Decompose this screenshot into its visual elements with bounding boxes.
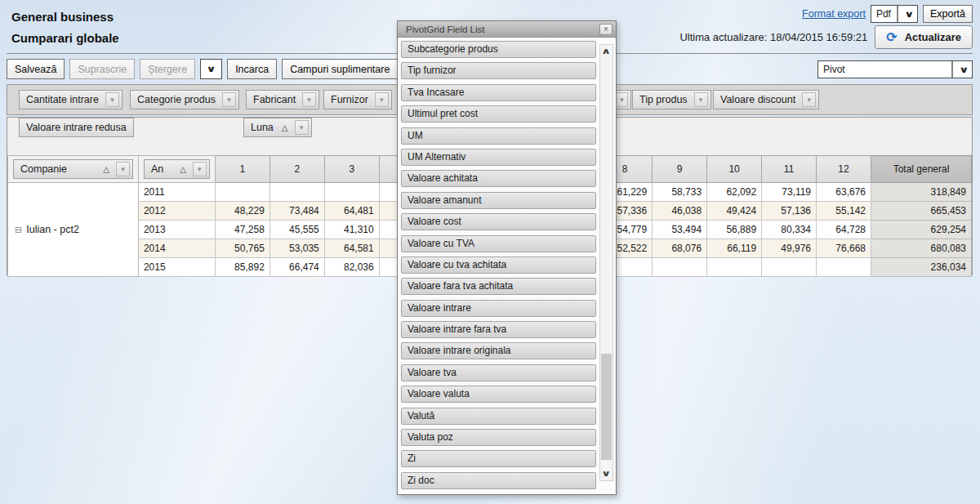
data-field-valoare-intrare-redusa[interactable]: Valoare intrare redusa bbox=[19, 118, 134, 137]
field-list-item[interactable]: Valoare cu TVA bbox=[401, 235, 596, 252]
field-list-item[interactable]: UM bbox=[401, 127, 596, 145]
year-cell: 2011 bbox=[138, 183, 215, 202]
layout-dropdown[interactable]: ∨ bbox=[200, 59, 222, 79]
scroll-down-icon[interactable]: ∨ bbox=[600, 467, 612, 480]
page-title: General business bbox=[11, 7, 119, 28]
value-cell bbox=[653, 258, 707, 277]
field-list-item[interactable]: Valoare cost bbox=[401, 213, 596, 230]
field-list-scrollbar[interactable]: ∧ ∨ bbox=[599, 44, 613, 481]
filter-dropdown-icon[interactable]: ▾ bbox=[302, 92, 316, 107]
field-list-item[interactable]: Valoare tva bbox=[401, 364, 596, 381]
filter-dropdown-icon[interactable]: ▾ bbox=[105, 92, 119, 107]
load-button[interactable]: Incarca bbox=[227, 59, 277, 79]
scroll-up-icon[interactable]: ∧ bbox=[600, 45, 612, 58]
filter-dropdown-icon[interactable]: ▾ bbox=[222, 92, 236, 107]
month-column-header: 1 bbox=[215, 156, 270, 183]
value-cell: 82,036 bbox=[324, 258, 379, 277]
field-list-item[interactable]: Valoare fara tva achitata bbox=[401, 278, 596, 295]
filter-dropdown-icon[interactable]: ▾ bbox=[193, 162, 207, 176]
export-button[interactable]: Exportă bbox=[923, 5, 973, 23]
total-cell: 236,034 bbox=[871, 258, 971, 277]
sort-asc-icon[interactable]: △ bbox=[282, 123, 288, 132]
row-field-an[interactable]: An △ ▾ bbox=[144, 159, 210, 179]
field-list-item[interactable]: Valoare valuta bbox=[401, 386, 596, 403]
filter-dropdown-icon[interactable]: ▾ bbox=[116, 162, 130, 176]
extra-fields-button[interactable]: Campuri suplimentare bbox=[282, 59, 398, 79]
field-list-item[interactable]: Valoare intrare bbox=[401, 300, 596, 317]
scrollbar-thumb[interactable] bbox=[601, 354, 612, 460]
refresh-button-label: Actualizare bbox=[905, 31, 961, 43]
view-mode-select[interactable]: Pivot ∨ bbox=[817, 60, 973, 78]
refresh-button[interactable]: ⟳ Actualizare bbox=[875, 25, 973, 49]
field-list-title: PivotGrid Field List bbox=[406, 25, 485, 34]
column-field-luna[interactable]: Luna △ ▾ bbox=[243, 118, 312, 137]
row-field-companie[interactable]: Companie △ ▾ bbox=[13, 159, 133, 179]
field-list-titlebar[interactable]: PivotGrid Field List × bbox=[398, 21, 616, 38]
field-label: Furnizor bbox=[331, 94, 368, 105]
field-label: Cantitate intrare bbox=[26, 94, 99, 105]
year-cell: 2015 bbox=[138, 258, 215, 277]
field-list-item[interactable]: Valoare amanunt bbox=[401, 192, 596, 209]
value-cell: 64,728 bbox=[817, 221, 871, 239]
field-list-item[interactable]: Zi bbox=[401, 450, 596, 467]
value-cell: 49,424 bbox=[707, 202, 762, 221]
value-cell: 50,765 bbox=[215, 239, 270, 258]
year-cell: 2014 bbox=[138, 239, 215, 258]
field-list-item[interactable]: Subcategorie produs bbox=[401, 41, 596, 58]
format-export-link[interactable]: Format export bbox=[802, 8, 866, 20]
field-list-item[interactable]: Valută bbox=[401, 408, 596, 425]
filter-field-tip-produs[interactable]: Tip produs ▾ bbox=[632, 90, 711, 109]
value-cell: 80,334 bbox=[762, 221, 817, 239]
value-cell: 57,136 bbox=[762, 202, 817, 221]
sort-asc-icon[interactable]: △ bbox=[103, 165, 109, 174]
field-list-item[interactable]: Tva Incasare bbox=[401, 84, 596, 101]
total-cell: 629,254 bbox=[871, 221, 971, 239]
field-list-item[interactable]: Valoare intrare fara tva bbox=[401, 321, 596, 338]
value-cell: 73,119 bbox=[762, 183, 817, 202]
field-list-item[interactable]: Tip furnizor bbox=[401, 62, 596, 79]
value-cell: 66,474 bbox=[270, 258, 324, 277]
field-list-item[interactable]: Valuta poz bbox=[401, 429, 596, 446]
overwrite-button: Suprascrie bbox=[69, 59, 135, 79]
value-cell: 41,310 bbox=[324, 221, 379, 239]
save-button[interactable]: Salvează bbox=[7, 59, 65, 79]
value-cell: 53,035 bbox=[270, 239, 324, 258]
collapse-icon[interactable]: ⊟ bbox=[15, 225, 22, 234]
filter-dropdown-icon[interactable]: ▾ bbox=[616, 92, 628, 107]
filter-field-categorie-produs[interactable]: Categorie produs ▾ bbox=[130, 90, 239, 109]
filter-dropdown-icon[interactable]: ▾ bbox=[802, 92, 816, 107]
field-list-item[interactable]: UM Alternativ bbox=[401, 149, 596, 166]
filter-dropdown-icon[interactable]: ▾ bbox=[295, 120, 309, 135]
field-list-item[interactable]: Ultimul pret cost bbox=[401, 105, 596, 123]
chevron-down-icon[interactable]: ∨ bbox=[897, 6, 920, 22]
field-label: Fabricant bbox=[253, 94, 296, 105]
field-list-item[interactable]: Valoare cu tva achitata bbox=[401, 256, 596, 274]
field-list-item[interactable]: Valoare achitata bbox=[401, 170, 596, 187]
value-cell: 68,076 bbox=[653, 239, 707, 258]
field-list-item[interactable]: Zi doc bbox=[401, 472, 596, 489]
field-list-item[interactable]: Valoare intrare originala bbox=[401, 342, 596, 359]
close-icon[interactable]: × bbox=[599, 24, 612, 35]
value-cell: 47,258 bbox=[215, 221, 270, 239]
filter-dropdown-icon[interactable]: ▾ bbox=[694, 92, 708, 107]
export-format-select[interactable]: Pdf ∨ bbox=[871, 5, 918, 23]
value-cell: 56,889 bbox=[707, 221, 762, 239]
filter-field-furnizor[interactable]: Furnizor ▾ bbox=[323, 90, 392, 109]
filter-field-fabricant[interactable]: Fabricant ▾ bbox=[246, 90, 319, 109]
update-bar: Ultima actualizare: 18/04/2015 16:59:21 … bbox=[679, 25, 973, 49]
field-label: Categorie produs bbox=[137, 94, 216, 105]
value-cell bbox=[817, 258, 871, 277]
value-cell: 63,676 bbox=[817, 183, 871, 202]
value-cell: 48,229 bbox=[215, 202, 270, 221]
value-cell: 76,668 bbox=[817, 239, 871, 258]
value-cell bbox=[707, 258, 762, 277]
filter-field-valoare-discount[interactable]: Valoare discount ▾ bbox=[713, 90, 819, 109]
sort-asc-icon[interactable]: △ bbox=[180, 165, 186, 174]
value-cell: 66,119 bbox=[707, 239, 762, 258]
filter-field-cantitate-intrare[interactable]: Cantitate intrare ▾ bbox=[19, 90, 122, 109]
chevron-down-icon[interactable]: ∨ bbox=[951, 61, 974, 78]
year-cell: 2012 bbox=[138, 202, 215, 221]
field-label: Valoare intrare redusa bbox=[26, 122, 133, 133]
export-format-value: Pdf bbox=[871, 8, 900, 20]
filter-dropdown-icon[interactable]: ▾ bbox=[375, 92, 389, 107]
